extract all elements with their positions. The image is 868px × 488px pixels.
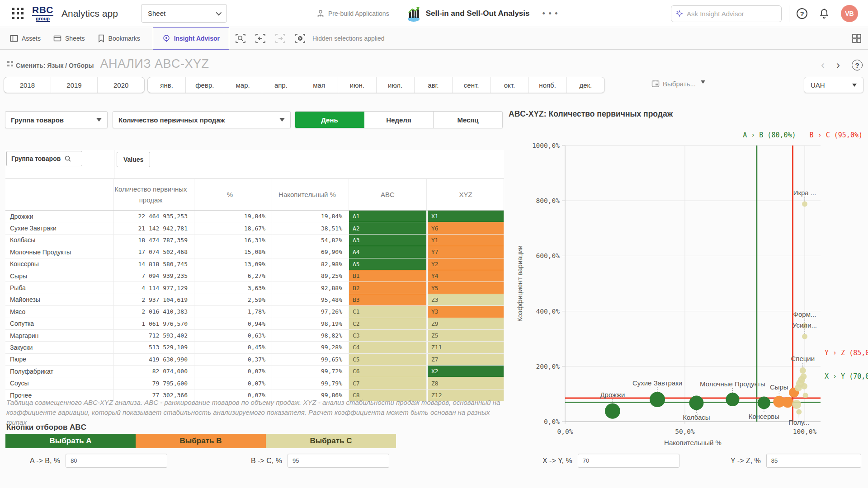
selections-tool-icon[interactable]	[236, 33, 245, 43]
user-avatar[interactable]: VB	[841, 5, 858, 22]
month-button[interactable]: дек.	[567, 77, 604, 93]
month-button[interactable]: июн.	[338, 77, 376, 93]
header-xyz[interactable]: XYZ	[427, 179, 504, 210]
table-row[interactable]: Консервы14 818 580,74513,09%82,98%A5Y2	[5, 258, 504, 270]
cell-abc[interactable]: B3	[349, 294, 427, 305]
notifications-bell-icon[interactable]	[819, 8, 829, 19]
header-cum[interactable]: Накопительный %	[272, 179, 349, 210]
date-picker[interactable]: Выбрать...	[651, 80, 705, 88]
month-button[interactable]: мая	[300, 77, 338, 93]
month-button[interactable]: февр.	[186, 77, 224, 93]
cell-abc[interactable]: C7	[349, 377, 427, 389]
values-tab[interactable]: Values	[117, 152, 150, 167]
cell-product[interactable]: Рыба	[5, 282, 114, 293]
cell-product[interactable]: Пюре	[5, 354, 114, 365]
cell-product[interactable]: Сухие Завтраки	[5, 222, 114, 234]
table-row[interactable]: Сыры7 094 939,2356,27%89,25%B1Y4	[5, 270, 504, 282]
header-pct[interactable]: %	[194, 179, 272, 210]
period-button[interactable]: День	[295, 112, 364, 128]
cell-product[interactable]: Сыры	[5, 270, 114, 282]
year-button[interactable]: 2020	[98, 77, 144, 93]
step-back-icon[interactable]	[255, 33, 265, 43]
cell-xyz[interactable]: Y3	[427, 306, 504, 317]
insight-advisor-searchbox[interactable]	[671, 5, 782, 22]
ab-threshold-input[interactable]	[66, 454, 167, 468]
month-button[interactable]: янв.	[148, 77, 186, 93]
tab-sheets[interactable]: Sheets	[47, 27, 91, 50]
month-button[interactable]: окт.	[491, 77, 528, 93]
table-row[interactable]: Закуски513 529,1090,45%99,28%C4Z11	[5, 342, 504, 353]
cell-xyz[interactable]: Z5	[427, 330, 504, 341]
help-button[interactable]: ?	[797, 8, 807, 19]
cell-xyz[interactable]: Y1	[427, 235, 504, 246]
table-row[interactable]: Полуфабрикат82 074,0000,07%99,72%C6X2	[5, 366, 504, 377]
cell-abc[interactable]: B1	[349, 270, 427, 282]
sheet-selector[interactable]: Sheet	[141, 4, 227, 23]
cell-xyz[interactable]: Z9	[427, 318, 504, 329]
cell-product[interactable]: Полуфабрикат	[5, 366, 114, 377]
cell-xyz[interactable]: Y5	[427, 282, 504, 293]
cell-xyz[interactable]: Y2	[427, 258, 504, 270]
sheet-help-button[interactable]: ?	[852, 60, 863, 70]
table-row[interactable]: Пюре419 630,9900,37%99,65%C5Z7	[5, 354, 504, 366]
table-row[interactable]: Сухие Завтраки21 142 942,78118,67%38,51%…	[5, 222, 504, 234]
prebuild-applications-link[interactable]: Pre-build Applications	[328, 10, 389, 17]
currency-selector[interactable]: UAH	[804, 77, 863, 93]
cell-product[interactable]: Молочные Продукты	[5, 246, 114, 258]
month-button[interactable]: апр.	[262, 77, 300, 93]
cell-abc[interactable]: A4	[349, 246, 427, 258]
table-row[interactable]: Рыба4 114 977,1293,63%92,88%B2Y5	[5, 282, 504, 294]
dimension-search-box[interactable]: Группа товаров	[6, 151, 82, 166]
select-b-button[interactable]: Выбрать B	[136, 434, 266, 448]
cell-abc[interactable]: A1	[349, 211, 427, 222]
period-button[interactable]: Месяц	[434, 112, 502, 128]
cell-abc[interactable]: C6	[349, 366, 427, 377]
sheet-grid-icon[interactable]	[852, 33, 862, 43]
app-launcher-icon[interactable]	[12, 8, 24, 19]
next-sheet-button[interactable]: ›	[836, 60, 840, 70]
tab-insight-advisor[interactable]: Insight Advisor	[153, 27, 229, 50]
breadcrumb[interactable]: Сменить: Язык / Отборы	[16, 62, 94, 69]
xy-threshold-input[interactable]	[578, 454, 679, 468]
cell-product[interactable]: Майонезы	[5, 294, 114, 305]
measure-select[interactable]: Количество первичных продаж	[113, 111, 291, 128]
cell-abc[interactable]: A2	[349, 222, 427, 234]
cell-product[interactable]: Мясо	[5, 306, 114, 317]
clear-selections-icon[interactable]	[295, 33, 305, 43]
table-row[interactable]: Майонезы2 937 104,6192,59%95,48%B3Z3	[5, 294, 504, 306]
cell-abc[interactable]: C4	[349, 342, 427, 353]
period-button[interactable]: Неделя	[364, 112, 434, 128]
cell-abc[interactable]: C1	[349, 306, 427, 317]
cell-product[interactable]: Консервы	[5, 258, 114, 270]
year-button[interactable]: 2019	[51, 77, 98, 93]
cell-abc[interactable]: B2	[349, 282, 427, 293]
cell-product[interactable]: Колбасы	[5, 235, 114, 246]
cell-xyz[interactable]: Z11	[427, 342, 504, 353]
cell-xyz[interactable]: Y6	[427, 222, 504, 234]
table-row[interactable]: Маргарин712 593,4020,63%98,82%C3Z5	[5, 330, 504, 342]
cell-xyz[interactable]: Y4	[427, 270, 504, 282]
cell-product[interactable]: Маргарин	[5, 330, 114, 341]
abc-xyz-scatter-chart[interactable]: 0,0%200,0%400,0%600,0%800,0%1000,0%0,0%5…	[509, 136, 868, 447]
month-button[interactable]: сент.	[453, 77, 491, 93]
select-c-button[interactable]: Выбрать C	[266, 434, 396, 448]
search-input[interactable]	[687, 10, 777, 18]
cell-product[interactable]: Соусы	[5, 377, 114, 389]
cell-product[interactable]: Сопутка	[5, 318, 114, 329]
cell-abc[interactable]: A3	[349, 235, 427, 246]
cell-abc[interactable]: C2	[349, 318, 427, 329]
bc-threshold-input[interactable]	[288, 454, 389, 468]
cell-xyz[interactable]: X2	[427, 366, 504, 377]
month-button[interactable]: нояб.	[529, 77, 567, 93]
cell-xyz[interactable]: X1	[427, 211, 504, 222]
cell-product[interactable]: Закуски	[5, 342, 114, 353]
prev-sheet-button[interactable]: ‹	[821, 60, 825, 70]
table-row[interactable]: Молочные Продукты17 074 502,46815,08%69,…	[5, 246, 504, 258]
select-a-button[interactable]: Выбрать A	[5, 434, 136, 448]
cell-abc[interactable]: A5	[349, 258, 427, 270]
header-qty[interactable]: Количество первичных продаж	[114, 179, 194, 210]
tab-bookmarks[interactable]: Bookmarks	[91, 27, 146, 50]
cell-abc[interactable]: C3	[349, 330, 427, 341]
year-button[interactable]: 2018	[4, 77, 51, 93]
more-options-button[interactable]: • • •	[542, 9, 559, 19]
